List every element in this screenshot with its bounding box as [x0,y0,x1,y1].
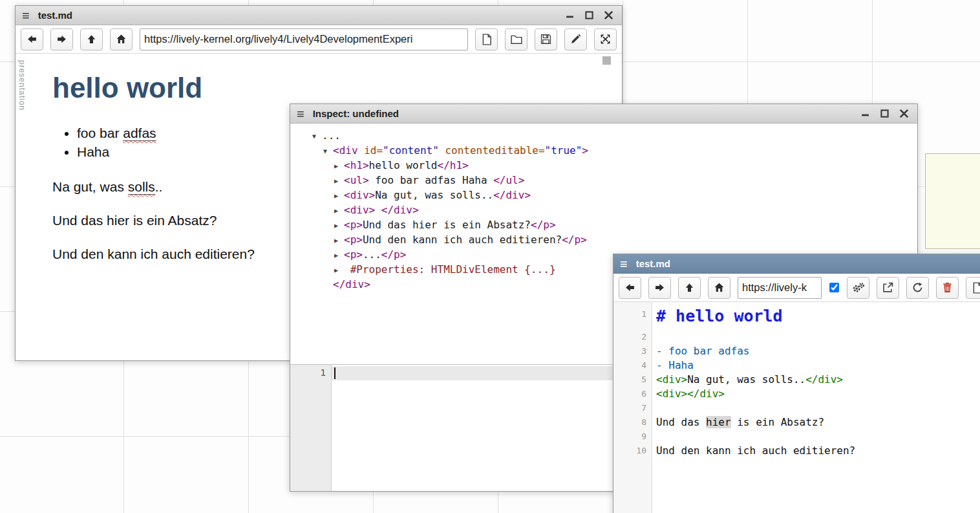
back-button[interactable] [21,28,43,50]
text-segment: <div> [344,189,375,201]
home-button[interactable] [110,28,133,50]
disclosure-arrow-icon[interactable]: ▼ [323,144,333,158]
editor-line[interactable]: 2 [613,330,980,344]
code-line[interactable] [652,330,656,344]
window-titlebar[interactable]: ≡ Inspect: undefined [290,104,917,124]
editor-line[interactable]: 10Und den kann ich auch editieren? [613,444,980,458]
new-file-button[interactable] [966,277,980,299]
window-titlebar[interactable]: ≡ test.md [613,254,980,274]
tree-node[interactable]: ▶<ul> foo bar adfas Haha </ul> [290,173,917,188]
code-line[interactable]: <div></div> [652,387,725,401]
minimize-button[interactable] [566,11,574,19]
disclosure-arrow-icon[interactable]: ▶ [334,204,344,218]
text-segment: Na gut, was solls.. [687,373,805,386]
text-segment: <p> [344,234,363,246]
editor-line[interactable]: 7 [613,401,980,415]
text-segment: Und den kann ich auch editieren? [363,234,562,246]
tree-node[interactable]: ▶<p>Und das hier is ein Absatz?</p> [290,218,917,233]
edit-button[interactable] [564,28,587,50]
text-segment: <ul> [344,174,369,186]
window-menu-icon[interactable]: ≡ [297,107,304,120]
editor-line[interactable]: 5<div>Na gut, was solls..</div> [613,373,980,387]
expand-button[interactable] [594,28,617,50]
folder-button[interactable] [505,28,527,50]
editor-line[interactable]: 3- foo bar adfas [613,344,980,358]
resize-handle[interactable] [602,56,611,65]
code-editor[interactable]: 1# hello world23- foo bar adfas4- Haha5<… [613,302,980,513]
maximize-button[interactable] [585,11,593,19]
editor-line[interactable]: 9 [613,430,980,444]
back-icon [624,282,635,293]
editor-line[interactable]: 4- Haha [613,358,980,373]
code-line[interactable]: # hello world [652,305,783,330]
text-segment: Und den kann ich auch editieren? [656,444,855,457]
new-file-button[interactable] [475,28,498,50]
page-title[interactable]: hello world [52,72,596,104]
code-line[interactable]: Und den kann ich auch editieren? [652,444,855,458]
line-number: 3 [613,344,652,358]
disclosure-arrow-icon[interactable]: ▶ [334,189,344,203]
text-segment: </p> [381,248,407,261]
refresh-icon [912,282,923,293]
disclosure-arrow-icon[interactable]: ▶ [334,248,344,263]
disclosure-arrow-icon[interactable]: ▶ [334,234,344,248]
disclosure-arrow-icon[interactable]: ▶ [334,159,344,173]
tree-node[interactable]: ▶<div> </div> [290,203,917,218]
up-button[interactable] [678,277,701,299]
open-external-button[interactable] [877,277,899,299]
text-segment [375,204,381,216]
window-menu-icon[interactable]: ≡ [620,257,628,270]
disclosure-arrow-icon[interactable]: ▼ [312,129,322,144]
close-icon [604,11,613,19]
tree-node[interactable]: ▼<div id="content" contenteditable="true… [290,144,917,158]
url-input[interactable] [140,28,468,50]
delete-button[interactable] [936,277,959,299]
tree-node[interactable]: ▶<h1>hello world</h1> [290,158,917,173]
code-line[interactable] [652,430,656,444]
disclosure-arrow-icon[interactable]: ▶ [334,219,344,233]
tree-node[interactable]: ▶<p>Und den kann ich auch editieren?</p> [290,233,917,248]
refresh-button[interactable] [906,277,929,299]
window-titlebar[interactable]: ≡ test.md [16,6,622,25]
settings-button[interactable] [847,277,869,299]
close-button[interactable] [604,11,613,19]
code-line[interactable]: - foo bar adfas [652,344,750,358]
code-line[interactable]: <div>Na gut, was solls..</div> [652,373,843,387]
save-button[interactable] [535,28,557,50]
auto-update-checkbox[interactable] [829,283,839,292]
window-controls [566,11,615,19]
window-title: Inspect: undefined [313,108,399,119]
code-line[interactable]: - Haha [652,358,694,373]
disclosure-arrow-icon[interactable]: ▶ [334,174,344,188]
minimize-button[interactable] [861,109,869,118]
up-button[interactable] [80,28,103,50]
text-segment: <p> [344,248,363,261]
editor-line[interactable]: 6<div></div> [613,387,980,401]
text-segment: "true" [545,144,582,157]
back-button[interactable] [619,277,641,299]
code-line[interactable] [652,401,656,415]
forward-icon [56,34,67,45]
folder-icon [511,34,522,45]
maximize-button[interactable] [880,109,889,118]
editor-line[interactable]: 1# hello world [613,305,980,330]
forward-button[interactable] [648,277,671,299]
text-segment: .. [155,179,163,194]
text-segment: <div [333,144,364,157]
line-number: 9 [613,430,652,444]
window-menu-icon[interactable]: ≡ [22,9,30,22]
tree-node[interactable]: ▼... [290,129,917,144]
url-input[interactable] [738,277,822,299]
line-number: 5 [613,373,652,387]
forward-button[interactable] [50,28,73,50]
presentation-mode-label: presentation [17,60,27,111]
disclosure-arrow-icon[interactable]: ▶ [334,263,344,278]
text-segment: > [582,144,588,157]
editor-line[interactable]: 8Und das hier is ein Absatz? [613,415,980,430]
text-segment: </p> [531,219,556,231]
code-line[interactable]: Und das hier is ein Absatz? [652,415,824,430]
close-button[interactable] [900,109,908,118]
tree-node[interactable]: ▶<div>Na gut, was solls..</div> [290,188,917,203]
expand-icon [600,34,611,45]
home-button[interactable] [708,277,730,299]
